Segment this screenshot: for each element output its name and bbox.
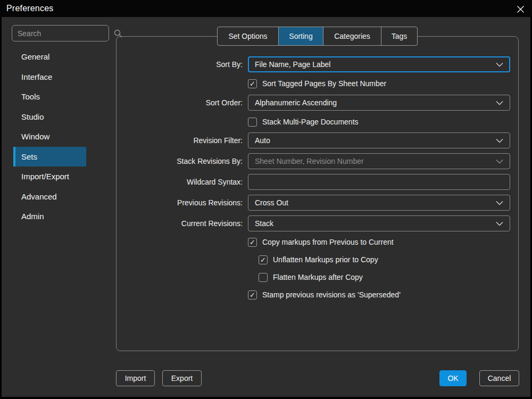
sorting-panel: Sort By: File Name, Page Label Sort Tagg…	[116, 36, 519, 351]
cancel-button[interactable]: Cancel	[479, 370, 519, 386]
sort-order-label: Sort Order:	[117, 95, 243, 111]
sidebar-item-studio[interactable]: Studio	[13, 107, 86, 127]
revision-filter-label: Revision Filter:	[117, 132, 243, 148]
sidebar-item-advanced[interactable]: Advanced	[13, 187, 86, 207]
copy-markups-row: Copy markups from Previous to Current	[248, 237, 394, 247]
previous-revisions-label: Previous Revisions:	[117, 195, 243, 211]
preferences-dialog: General Interface Tools Studio Window Se…	[2, 17, 530, 397]
wildcard-syntax-input[interactable]	[255, 178, 503, 186]
sidebar: General Interface Tools Studio Window Se…	[2, 47, 114, 227]
stack-multi-page-checkbox[interactable]	[248, 118, 257, 127]
revision-filter-select[interactable]: Auto	[248, 132, 510, 148]
tab-categories[interactable]: Categories	[323, 27, 381, 45]
export-button[interactable]: Export	[162, 370, 202, 386]
copy-markups-checkbox[interactable]	[248, 238, 257, 247]
unflatten-markups-checkbox[interactable]	[259, 255, 268, 264]
chevron-down-icon	[496, 159, 503, 164]
sidebar-item-sets[interactable]: Sets	[13, 147, 86, 167]
flatten-markups-row: Flatten Markups after Copy	[259, 272, 363, 282]
chevron-down-icon	[496, 101, 503, 105]
stack-revisions-by-label: Stack Revisions By:	[117, 153, 243, 169]
current-revisions-select[interactable]: Stack	[248, 215, 510, 231]
ok-button[interactable]: OK	[439, 370, 467, 386]
sort-by-label: Sort By:	[117, 56, 243, 72]
unflatten-markups-row: Unflatten Markups prior to Copy	[259, 254, 378, 265]
sidebar-item-general[interactable]: General	[13, 47, 86, 67]
stamp-superseded-row: Stamp previous revisions as 'Superseded'	[248, 289, 401, 300]
chevron-down-icon	[496, 221, 503, 226]
previous-revisions-select[interactable]: Cross Out	[248, 195, 510, 211]
window-title: Preferences	[6, 4, 53, 13]
tab-sorting[interactable]: Sorting	[279, 27, 323, 45]
title-bar: Preferences	[0, 0, 532, 17]
tab-tags[interactable]: Tags	[381, 27, 417, 45]
sidebar-item-admin[interactable]: Admin	[13, 206, 86, 227]
sort-order-select[interactable]: Alphanumeric Ascending	[248, 95, 510, 111]
chevron-down-icon	[496, 138, 503, 143]
chevron-down-icon	[496, 62, 503, 67]
import-button[interactable]: Import	[116, 370, 155, 386]
tab-bar: Set Options Sorting Categories Tags	[217, 27, 418, 46]
flatten-markups-checkbox[interactable]	[259, 273, 268, 282]
wildcard-syntax-label: Wildcard Syntax:	[117, 174, 243, 190]
wildcard-syntax-field	[248, 174, 510, 190]
search-input[interactable]	[12, 29, 114, 38]
search-box	[12, 25, 109, 41]
chevron-down-icon	[496, 201, 503, 205]
sort-tagged-checkbox[interactable]	[248, 79, 257, 88]
current-revisions-label: Current Revisions:	[117, 215, 243, 231]
stack-revisions-by-select: Sheet Number, Revision Number	[248, 153, 510, 169]
sidebar-item-interface[interactable]: Interface	[13, 67, 86, 87]
tab-set-options[interactable]: Set Options	[218, 27, 279, 45]
sidebar-item-window[interactable]: Window	[13, 127, 86, 147]
stamp-superseded-checkbox[interactable]	[248, 290, 257, 300]
close-icon[interactable]	[514, 3, 527, 15]
sidebar-item-import-export[interactable]: Import/Export	[13, 167, 86, 187]
stack-multi-page-row: Stack Multi-Page Documents	[248, 117, 359, 127]
sort-tagged-row: Sort Tagged Pages By Sheet Number	[248, 78, 386, 89]
sort-by-select[interactable]: File Name, Page Label	[248, 56, 510, 72]
sidebar-item-tools[interactable]: Tools	[13, 87, 86, 107]
